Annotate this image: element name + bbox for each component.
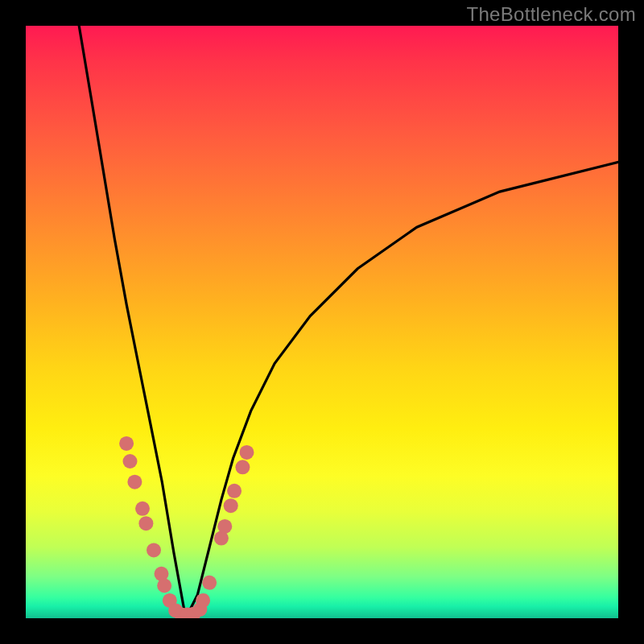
dot	[196, 593, 210, 608]
sweet-spot-dots	[119, 436, 254, 618]
dot	[202, 576, 217, 590]
plot-area	[26, 26, 618, 618]
dot	[240, 445, 254, 460]
watermark-text: TheBottleneck.com	[466, 3, 636, 26]
curve-layer	[26, 26, 618, 618]
dot	[119, 436, 134, 451]
dot	[147, 543, 161, 557]
dot	[127, 475, 142, 489]
dot	[224, 498, 238, 513]
dot	[235, 460, 250, 474]
dot	[135, 502, 150, 516]
dot	[123, 454, 138, 469]
dot	[157, 579, 171, 593]
bottleneck-curve	[79, 26, 618, 618]
chart-frame: TheBottleneck.com	[0, 0, 644, 644]
dot	[217, 519, 232, 534]
dot	[138, 516, 153, 530]
dot	[227, 484, 242, 498]
